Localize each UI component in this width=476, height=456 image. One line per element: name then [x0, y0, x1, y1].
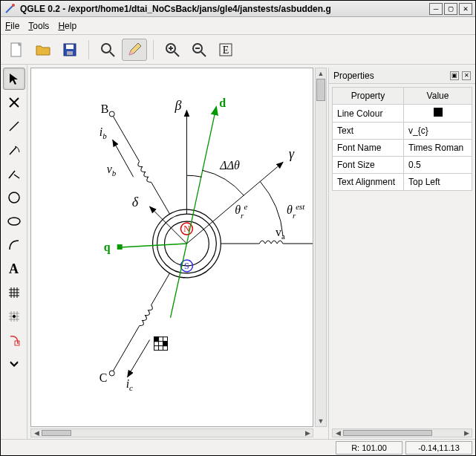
- properties-close-icon[interactable]: ✕: [462, 71, 471, 80]
- svg-point-35: [13, 315, 16, 318]
- zoom-in-button[interactable]: [160, 39, 185, 61]
- svg-line-20: [14, 175, 19, 178]
- svg-line-52: [113, 115, 140, 161]
- menu-file[interactable]: File: [5, 21, 19, 31]
- label-B: B: [101, 102, 109, 115]
- status-coords: -0.14,11.13: [405, 441, 472, 455]
- zoom-fit-button[interactable]: [95, 39, 120, 61]
- svg-rect-36: [15, 341, 19, 345]
- svg-line-56: [113, 326, 140, 372]
- snap-tool[interactable]: [3, 305, 25, 328]
- text-tool[interactable]: A: [3, 258, 25, 280]
- label-va: va: [276, 226, 285, 241]
- svg-point-5: [102, 44, 111, 53]
- zoom-out-button[interactable]: [186, 39, 212, 61]
- titlebar: QGLE 0.2 - /export/home1/dtai_NoCsBack/j…: [1, 1, 475, 17]
- label-q: q: [104, 241, 111, 254]
- svg-rect-64: [154, 337, 159, 342]
- label-beta: β: [174, 98, 181, 113]
- svg-line-51: [151, 182, 170, 214]
- minimize-button[interactable]: –: [429, 3, 443, 15]
- drawing-canvas[interactable]: N S va β: [30, 68, 313, 427]
- svg-rect-3: [66, 45, 74, 49]
- label-delta: δ: [132, 195, 139, 209]
- app-icon: [4, 3, 16, 15]
- properties-col-value[interactable]: Value: [404, 88, 472, 105]
- table-row: Font Name Times Roman: [333, 140, 472, 157]
- svg-line-8: [175, 52, 179, 56]
- table-row: Font Size 0.5: [333, 157, 472, 174]
- select-tool[interactable]: [3, 68, 25, 90]
- label-d: d: [219, 97, 226, 109]
- new-button[interactable]: [4, 39, 29, 61]
- label-ic: ic: [126, 378, 133, 393]
- svg-line-6: [110, 52, 114, 56]
- ellipse-tool[interactable]: [3, 210, 25, 232]
- svg-text:E: E: [223, 45, 229, 56]
- label-vb: vb: [107, 163, 117, 177]
- line-tool[interactable]: [3, 115, 25, 137]
- toolbar: E: [1, 35, 475, 65]
- app-window: QGLE 0.2 - /export/home1/dtai_NoCsBack/j…: [0, 0, 476, 456]
- label-thetaR: θre: [235, 202, 247, 220]
- svg-line-45: [186, 107, 216, 244]
- e-button[interactable]: E: [213, 39, 238, 61]
- label-deltaTheta: ΔΔθ: [219, 159, 240, 172]
- tan-line-tool[interactable]: [3, 139, 25, 161]
- canvas-vscroll[interactable]: ▲▼: [315, 68, 327, 427]
- svg-point-21: [9, 192, 19, 203]
- svg-point-57: [109, 371, 114, 376]
- properties-panel: Properties ▣ ✕ Property Value Line Colou…: [328, 68, 475, 439]
- window-title: QGLE 0.2 - /export/home1/dtai_NoCsBack/j…: [20, 4, 428, 14]
- content-area: A: [1, 65, 475, 439]
- pencil-button[interactable]: [122, 39, 147, 61]
- menu-tools[interactable]: Tools: [28, 21, 49, 31]
- properties-col-property[interactable]: Property: [333, 88, 404, 105]
- tool-sidebar: A: [1, 65, 27, 439]
- svg-line-48: [120, 244, 187, 247]
- close-button[interactable]: ✕: [459, 3, 472, 15]
- circle-tool[interactable]: [3, 186, 25, 209]
- properties-hscroll[interactable]: ◀▶: [332, 429, 472, 437]
- maximize-button[interactable]: ▢: [444, 3, 457, 15]
- properties-table: Property Value Line Colour Text v_{c} Fo…: [332, 87, 472, 191]
- label-S: S: [184, 261, 189, 271]
- arc-tool[interactable]: [3, 234, 25, 256]
- menubar: File Tools Help: [1, 17, 475, 35]
- grid-tool[interactable]: [3, 281, 25, 304]
- label-gamma: γ: [289, 146, 295, 161]
- table-row: Text v_{c}: [333, 123, 472, 140]
- menu-help[interactable]: Help: [58, 21, 76, 31]
- statusbar: R: 101.00 -0.14,11.13: [1, 439, 475, 455]
- perp-line-tool[interactable]: [3, 163, 25, 185]
- svg-line-55: [151, 273, 170, 305]
- svg-rect-65: [163, 342, 168, 346]
- svg-line-50: [171, 244, 187, 318]
- delete-tool[interactable]: [3, 91, 25, 114]
- svg-line-18: [10, 122, 19, 131]
- properties-title: Properties: [333, 71, 374, 81]
- save-button[interactable]: [57, 39, 82, 61]
- canvas-wrap: N S va β: [27, 65, 328, 439]
- color-swatch[interactable]: [434, 108, 443, 117]
- diagram-svg: N S va β: [31, 68, 313, 426]
- toolbar-sep-2: [153, 40, 154, 59]
- table-row: Text Alignment Top Left: [333, 174, 472, 191]
- open-button[interactable]: [30, 39, 56, 61]
- svg-point-0: [12, 4, 15, 7]
- toolbar-sep-1: [88, 40, 89, 59]
- osnap-tool[interactable]: [3, 329, 25, 351]
- table-row: Line Colour: [333, 105, 472, 123]
- label-thetaEst: θrest: [287, 202, 305, 220]
- svg-rect-49: [117, 244, 123, 250]
- status-radius: R: 101.00: [336, 441, 402, 455]
- svg-line-58: [128, 340, 150, 377]
- svg-rect-4: [67, 51, 73, 55]
- svg-line-19: [9, 171, 15, 178]
- canvas-hscroll[interactable]: ◀▶: [30, 429, 313, 437]
- svg-point-53: [109, 111, 114, 117]
- svg-line-12: [201, 52, 206, 56]
- label-C: C: [100, 371, 108, 384]
- more-tool[interactable]: [3, 353, 25, 375]
- properties-float-icon[interactable]: ▣: [450, 71, 459, 80]
